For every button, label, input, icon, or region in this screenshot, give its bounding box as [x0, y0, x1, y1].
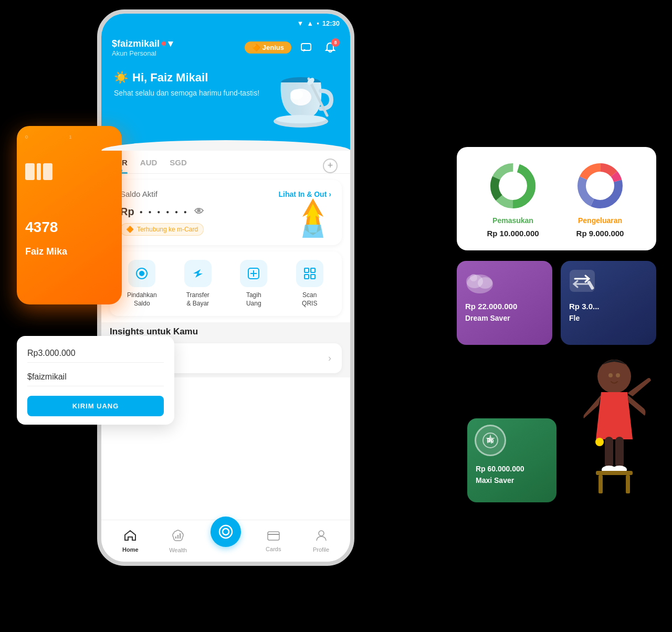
battery-icon: ▪ [317, 19, 319, 27]
sun-icon: ☀️ [114, 71, 128, 85]
jenius-badge[interactable]: 🔶 Jenius [245, 41, 291, 54]
svg-rect-57 [626, 475, 630, 493]
svg-rect-2 [43, 163, 52, 180]
transfer-icon [184, 260, 212, 287]
svg-point-35 [503, 176, 522, 195]
center-nav-button[interactable] [211, 517, 241, 547]
maxi-section: Rp Rp 60.000.000 Maxi Saver [457, 355, 656, 502]
app-header: $faizmikail ▾ Akun Personal 🔶 Jenius [101, 33, 350, 66]
svg-rect-55 [596, 471, 633, 475]
dropdown-icon: ▾ [168, 38, 173, 49]
rp-circle-icon: Rp [475, 425, 506, 456]
pengeluaran-chart: Pengeluaran Rp 9.000.000 [574, 160, 626, 238]
wealth-label: Wealth [169, 547, 187, 553]
transfer-label: Transfer& Bayar [186, 291, 209, 308]
m-card-icon: 🔶 [126, 226, 134, 233]
greeting-title: ☀️ Hi, Faiz Mikail [114, 71, 259, 85]
card-logo-icon [25, 161, 113, 187]
greeting-section: ☀️ Hi, Faiz Mikail Sehat selalu dan semo… [101, 66, 350, 150]
user-info[interactable]: $faizmikail ▾ Akun Personal [112, 38, 173, 57]
pindahkan-icon [128, 260, 155, 287]
notification-button[interactable]: 8 [321, 38, 340, 57]
svg-point-50 [597, 360, 631, 393]
nav-profile[interactable]: Profile [297, 530, 345, 553]
svg-point-41 [591, 176, 610, 195]
transfer-bayar-button[interactable]: Transfer& Bayar [170, 260, 226, 308]
pemasukan-chart: Pemasukan Rp 10.000.000 [487, 160, 539, 238]
saldo-title: Saldo Aktif [120, 189, 158, 198]
svg-point-60 [616, 373, 620, 377]
cards-icon [267, 530, 280, 544]
card-ruler: 0 1 [25, 134, 113, 140]
signal-icon: ▼ [297, 19, 303, 27]
debit-card: 0 1 4378 Faiz Mika [17, 126, 122, 304]
right-panel: Pemasukan Rp 10.000.000 Pengeluaran Rp 9… [457, 147, 656, 502]
greeting-subtitle: Sehat selalu dan semoga harimu fund-tast… [114, 88, 259, 99]
nav-center[interactable] [202, 517, 250, 557]
maxi-saver-card[interactable]: Rp Rp 60.000.000 Maxi Saver [467, 418, 556, 502]
home-label: Home [122, 546, 139, 553]
phone-device: ▼ ▲ ▪ 12:30 $faizmikail ▾ Akun Personal … [97, 9, 354, 587]
saldo-card: Saldo Aktif Lihat In & Out › Rp ● ● ● ● … [110, 180, 342, 245]
online-indicator [162, 41, 166, 46]
svg-marker-14 [308, 225, 318, 233]
pindahkan-saldo-button[interactable]: PindahkanSaldo [114, 260, 170, 308]
hidden-amount: ● ● ● ● ● ● [140, 209, 189, 215]
eye-icon[interactable]: 👁 [194, 206, 204, 217]
svg-rect-0 [25, 163, 35, 180]
m-card-badge[interactable]: 🔶 Terhubung ke m-Card [120, 223, 204, 236]
time-display: 12:30 [322, 19, 340, 27]
svg-point-6 [276, 115, 326, 123]
svg-point-16 [139, 271, 144, 276]
flexi-card[interactable]: Rp 3.0... Fle [561, 261, 656, 345]
tagih-uang-button[interactable]: TagihUang [226, 260, 282, 308]
tagih-icon [240, 260, 267, 287]
maxi-saver-amount: Rp 60.000.000 [476, 465, 548, 473]
dream-saver-amount: Rp 22.000.000 [465, 302, 544, 311]
send-money-button[interactable]: KIRIM UANG [27, 396, 164, 416]
svg-point-31 [319, 531, 324, 536]
nav-wealth[interactable]: Wealth [154, 529, 202, 553]
recipient-input[interactable] [27, 368, 164, 386]
tab-sgd[interactable]: SGD [170, 158, 187, 173]
section-divider [101, 140, 350, 151]
phone-screen: ▼ ▲ ▪ 12:30 $faizmikail ▾ Akun Personal … [97, 9, 354, 566]
svg-point-58 [595, 438, 604, 446]
svg-point-8 [290, 89, 303, 100]
username-display[interactable]: $faizmikail ▾ [112, 38, 173, 49]
nav-cards[interactable]: Cards [249, 530, 297, 552]
tab-aud[interactable]: AUD [140, 158, 158, 173]
pemasukan-label: Pemasukan [492, 216, 533, 225]
add-currency-button[interactable]: + [323, 159, 338, 173]
amount-input[interactable] [27, 344, 164, 363]
svg-rect-22 [304, 275, 309, 279]
action-buttons: PindahkanSaldo Transfer& Bayar [110, 251, 342, 316]
pengeluaran-donut-chart [574, 160, 626, 212]
flexi-label: Fle [569, 314, 648, 322]
arrow-exchange-icon [567, 267, 597, 297]
cards-label: Cards [266, 546, 281, 552]
svg-rect-3 [301, 44, 311, 50]
flame-illustration [295, 196, 331, 240]
amount-field [27, 344, 164, 363]
home-icon [124, 530, 136, 544]
svg-rect-1 [37, 163, 41, 180]
card-number: 4378 [25, 219, 113, 236]
svg-rect-21 [311, 268, 315, 272]
status-icons: ▼ ▲ ▪ 12:30 [297, 19, 340, 27]
chat-button[interactable] [297, 38, 316, 57]
account-type-label: Akun Personal [112, 49, 173, 57]
dream-saver-label: Dream Saver [465, 314, 544, 322]
currency-tabs: IDR AUD SGD + [101, 150, 350, 174]
svg-text:Rp: Rp [487, 438, 494, 444]
dream-saver-card[interactable]: Rp 22.000.000 Dream Saver [457, 261, 552, 345]
nav-home[interactable]: Home [107, 530, 154, 553]
profile-icon [316, 530, 327, 544]
card-holder-name: Faiz Mika [25, 246, 113, 257]
scan-icon [296, 260, 323, 287]
pemasukan-amount: Rp 10.000.000 [487, 229, 539, 238]
svg-point-59 [608, 373, 613, 377]
recipient-field [27, 368, 164, 386]
scan-qris-button[interactable]: ScanQRIS [282, 260, 338, 308]
svg-point-45 [470, 274, 477, 281]
